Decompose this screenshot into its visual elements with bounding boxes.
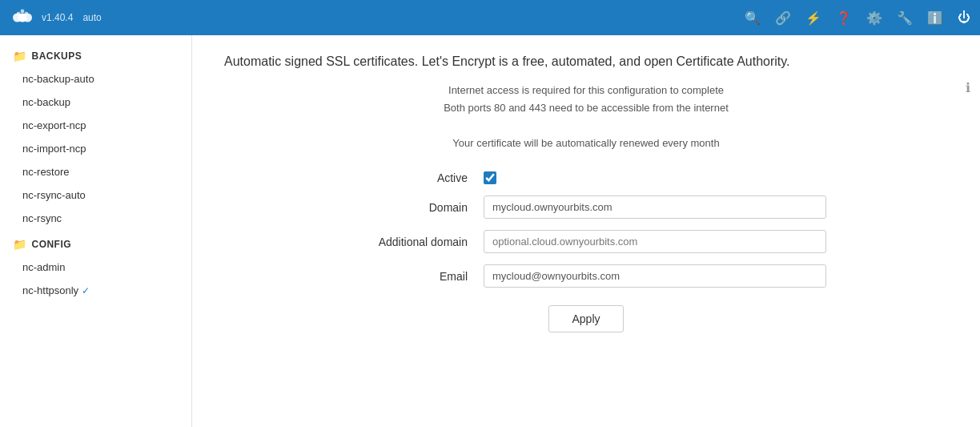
link-icon[interactable]: 🔗 (775, 10, 791, 26)
nextcloudpi-logo-icon (10, 5, 35, 30)
active-label: Active (346, 171, 474, 184)
config-section-header: 📁 CONFIG (0, 230, 191, 256)
content-info: Internet access is required for this con… (224, 82, 948, 152)
content-wrapper: Automatic signed SSL certificates. Let's… (192, 35, 980, 427)
info-line-2: Both ports 80 and 443 need to be accessi… (224, 99, 948, 117)
additional-domain-label: Additional domain (346, 236, 474, 248)
email-input[interactable] (484, 264, 826, 288)
mode-label: auto (82, 12, 101, 23)
sidebar-item-label: nc-backup (22, 96, 70, 108)
active-checkbox-wrap (484, 171, 826, 184)
svg-point-5 (21, 10, 25, 14)
sidebar-item-label: nc-rsync (22, 212, 62, 224)
domain-input[interactable] (484, 195, 826, 219)
sidebar: 📁 BACKUPS nc-backup-auto nc-backup nc-ex… (0, 35, 192, 427)
info-line-1: Internet access is required for this con… (224, 82, 948, 99)
settings-icon[interactable]: ⚙️ (866, 10, 882, 26)
info-line-3: Your certificate will be automatically r… (224, 135, 948, 152)
sidebar-item-nc-admin[interactable]: nc-admin (0, 256, 191, 279)
sidebar-item-label: nc-restore (22, 166, 70, 178)
topbar: v1.40.4 auto 🔍 🔗 ⚡ ❓ ⚙️ 🔧 ℹ️ ⏻ (0, 0, 980, 35)
info-icon[interactable]: ℹ️ (927, 10, 943, 26)
sidebar-item-nc-restore[interactable]: nc-restore (0, 160, 191, 183)
logo: v1.40.4 auto (10, 5, 102, 30)
config-section-label: CONFIG (31, 239, 71, 250)
active-checkbox[interactable] (484, 171, 496, 184)
httpsonly-check-icon: ✓ (82, 285, 90, 296)
help-icon[interactable]: ❓ (836, 10, 852, 26)
ssl-form: Active Domain Additional domain Email Ap… (346, 171, 826, 332)
sidebar-item-nc-rsync[interactable]: nc-rsync (0, 207, 191, 230)
sidebar-item-nc-backup-auto[interactable]: nc-backup-auto (0, 67, 191, 91)
domain-label: Domain (346, 201, 474, 214)
sidebar-item-nc-rsync-auto[interactable]: nc-rsync-auto (0, 183, 191, 207)
sidebar-item-label: nc-admin (22, 261, 65, 273)
sidebar-item-nc-httpsonly[interactable]: nc-httpsonly ✓ (0, 279, 191, 302)
activity-icon[interactable]: ⚡ (805, 10, 821, 26)
search-icon[interactable]: 🔍 (745, 10, 761, 26)
sidebar-item-label: nc-export-ncp (22, 119, 86, 131)
topbar-icons: 🔍 🔗 ⚡ ❓ ⚙️ 🔧 ℹ️ ⏻ (745, 10, 970, 26)
apply-wrap: Apply (346, 305, 826, 332)
tool-icon[interactable]: 🔧 (897, 10, 913, 26)
sidebar-item-nc-export-ncp[interactable]: nc-export-ncp (0, 114, 191, 137)
sidebar-item-nc-backup[interactable]: nc-backup (0, 91, 191, 114)
sidebar-item-label: nc-backup-auto (22, 73, 94, 85)
sidebar-item-label: nc-import-ncp (22, 143, 86, 155)
content-panel: Automatic signed SSL certificates. Let's… (192, 35, 980, 427)
backups-section-label: BACKUPS (31, 50, 82, 62)
svg-point-4 (24, 12, 28, 16)
main-layout: 📁 BACKUPS nc-backup-auto nc-backup nc-ex… (0, 35, 980, 427)
sidebar-item-label: nc-rsync-auto (22, 189, 86, 201)
svg-point-3 (17, 12, 21, 16)
sidebar-item-nc-import-ncp[interactable]: nc-import-ncp (0, 137, 191, 160)
content-info-icon[interactable]: ℹ (966, 80, 970, 95)
power-icon[interactable]: ⏻ (958, 10, 970, 25)
apply-button[interactable]: Apply (548, 305, 623, 332)
page-title: Automatic signed SSL certificates. Let's… (224, 54, 948, 69)
version-label: v1.40.4 (42, 12, 73, 23)
backups-section-header: 📁 BACKUPS (0, 42, 191, 67)
additional-domain-input[interactable] (484, 230, 826, 253)
config-folder-icon: 📁 (13, 238, 26, 251)
backups-folder-icon: 📁 (13, 50, 26, 62)
email-label: Email (346, 270, 474, 283)
sidebar-item-label: nc-httpsonly (22, 284, 78, 296)
